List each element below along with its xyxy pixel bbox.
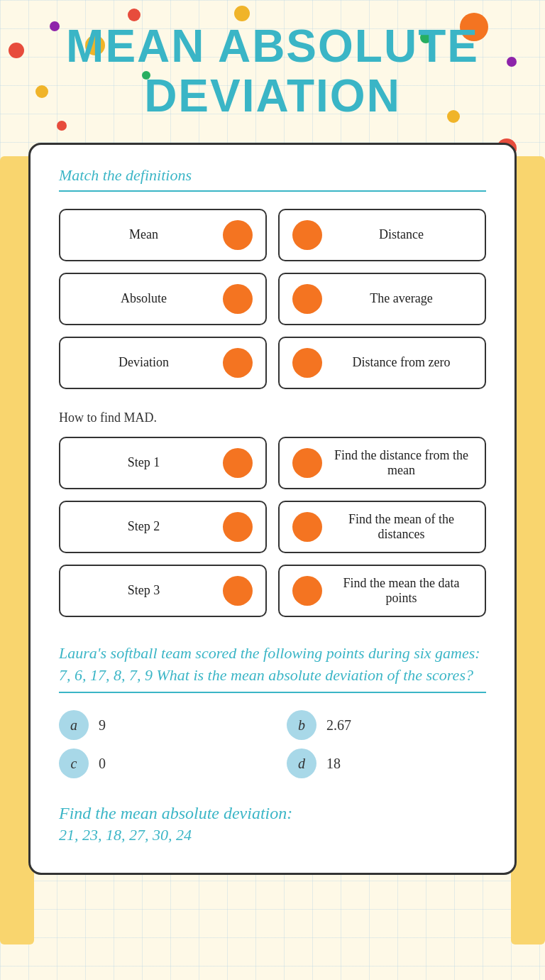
match-label-deviation: Deviation [73, 355, 214, 370]
answer-value-b: 2.67 [326, 717, 351, 734]
step-1-connector [223, 448, 253, 478]
answer-a[interactable]: a 9 [59, 710, 258, 740]
match-label-absolute: Absolute [73, 291, 214, 306]
step-2-right[interactable]: Find the mean of the distances [278, 501, 486, 553]
mad-section: How to find MAD. Step 1 Step 2 Step 3 [59, 410, 486, 617]
step-3-label: Step 3 [73, 583, 214, 598]
question-text: Laura's softball team scored the followi… [59, 643, 486, 687]
match-right-distance-zero[interactable]: Distance from zero [278, 337, 486, 389]
answer-badge-a: a [59, 710, 89, 740]
match-connector-average [292, 284, 322, 314]
step-2-label: Step 2 [73, 519, 214, 534]
step-3-left[interactable]: Step 3 [59, 565, 267, 617]
answer-value-d: 18 [326, 756, 341, 772]
answer-c[interactable]: c 0 [59, 748, 258, 778]
question-divider [59, 692, 486, 693]
answer-badge-c: c [59, 748, 89, 778]
match-label-average: The average [331, 291, 472, 306]
step-2-description: Find the mean of the distances [331, 512, 472, 542]
answer-value-a: 9 [99, 717, 106, 734]
mad-label: How to find MAD. [59, 410, 486, 425]
match-connector-distance [292, 220, 322, 250]
step-2-left[interactable]: Step 2 [59, 501, 267, 553]
match-divider [59, 190, 486, 192]
step-1-left[interactable]: Step 1 [59, 437, 267, 489]
step-2-connector [223, 512, 253, 542]
step-3-right[interactable]: Find the mean the data points [278, 565, 486, 617]
answer-b[interactable]: b 2.67 [287, 710, 486, 740]
page-title: MEAN ABSOLUTE DEVIATION [43, 21, 502, 121]
question-section: Laura's softball team scored the followi… [59, 643, 486, 779]
answer-badge-b: b [287, 710, 316, 740]
step-2-right-connector [292, 512, 322, 542]
answer-d[interactable]: d 18 [287, 748, 486, 778]
match-connector-deviation [223, 348, 253, 378]
step-1-description: Find the distance from the mean [331, 448, 472, 478]
match-label-mean: Mean [73, 227, 214, 242]
match-connector-distance-zero [292, 348, 322, 378]
match-label-distance-zero: Distance from zero [331, 355, 472, 370]
match-connector-absolute [223, 284, 253, 314]
answer-grid: a 9 b 2.67 c 0 d 18 [59, 710, 486, 778]
find-mad-section: Find the mean absolute deviation: 21, 23… [59, 804, 486, 844]
steps-grid: Step 1 Step 2 Step 3 Find the distance f… [59, 437, 486, 617]
step-3-connector [223, 576, 253, 606]
match-label-distance: Distance [331, 227, 472, 242]
main-card: Match the definitions Mean Absolute Devi… [28, 143, 517, 876]
answer-value-c: 0 [99, 756, 106, 772]
match-connector-mean [223, 220, 253, 250]
header: MEAN ABSOLUTE DEVIATION [0, 0, 545, 136]
step-1-right[interactable]: Find the distance from the mean [278, 437, 486, 489]
match-right-average[interactable]: The average [278, 273, 486, 325]
match-left-absolute[interactable]: Absolute [59, 273, 267, 325]
match-section-heading: Match the definitions [59, 166, 486, 185]
match-left-mean[interactable]: Mean [59, 209, 267, 261]
step-1-label: Step 1 [73, 455, 214, 470]
find-mad-title: Find the mean absolute deviation: [59, 804, 486, 823]
step-1-right-connector [292, 448, 322, 478]
step-3-description: Find the mean the data points [331, 576, 472, 606]
find-mad-data: 21, 23, 18, 27, 30, 24 [59, 826, 486, 844]
answer-badge-d: d [287, 748, 316, 778]
step-3-right-connector [292, 576, 322, 606]
match-definitions-grid: Mean Absolute Deviation Distance The ave… [59, 209, 486, 389]
match-right-distance[interactable]: Distance [278, 209, 486, 261]
match-left-deviation[interactable]: Deviation [59, 337, 267, 389]
